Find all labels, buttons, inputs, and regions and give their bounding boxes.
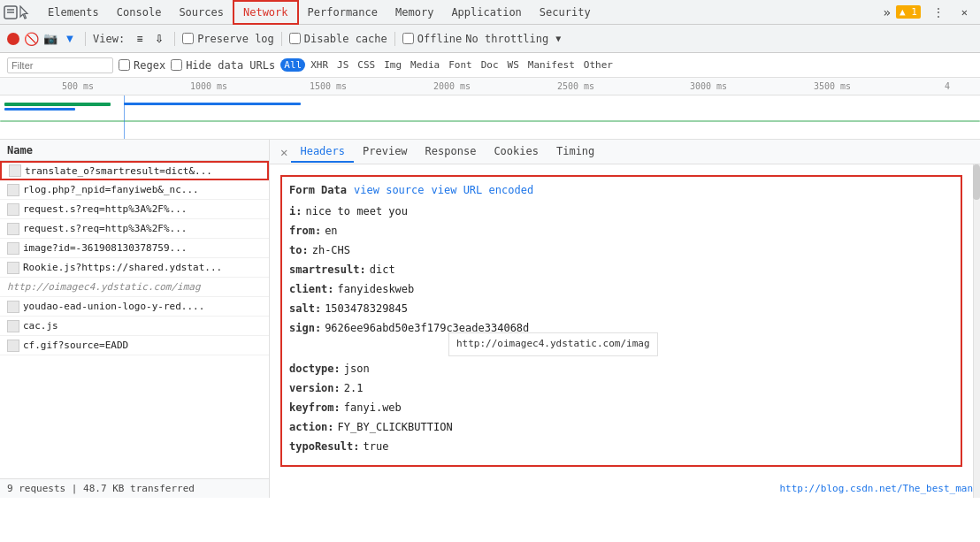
tab-performance[interactable]: Performance — [299, 0, 387, 25]
form-data-value-to: zh-CHS — [312, 242, 350, 258]
net-list-item-8[interactable]: cac.js — [0, 317, 269, 336]
filter-media-tag[interactable]: Media — [407, 58, 443, 72]
no-throttling-label: No throttling — [465, 33, 548, 45]
regex-label[interactable]: Regex — [134, 59, 165, 72]
filter-css-tag[interactable]: CSS — [354, 58, 379, 72]
detail-tab-timing[interactable]: Timing — [547, 141, 603, 163]
preserve-log-label[interactable]: Preserve log — [197, 33, 274, 45]
form-data-key-sign: sign: — [289, 320, 321, 336]
filter-button[interactable]: ▼ — [62, 31, 78, 47]
detail-content: Form Data view source view URL encoded i… — [270, 164, 973, 498]
form-data-key-typoresult: typoResult: — [289, 439, 359, 454]
tab-console[interactable]: Console — [108, 0, 171, 25]
view-label: View: — [93, 33, 125, 45]
timeline-bar-green-wide — [0, 120, 980, 122]
filter-xhr-tag[interactable]: XHR — [307, 58, 332, 72]
tab-network[interactable]: Network — [233, 0, 299, 25]
disable-cache-label[interactable]: Disable cache — [304, 33, 387, 45]
offline-checkbox[interactable] — [402, 33, 414, 44]
close-detail-button[interactable]: ✕ — [277, 145, 291, 159]
timeline-bars — [0, 95, 980, 140]
form-data-key-doctype: doctype: — [289, 361, 341, 377]
form-data-row-keyfrom: keyfrom: fanyi.web — [289, 400, 953, 416]
tab-security[interactable]: Security — [531, 0, 600, 25]
detail-tab-cookies[interactable]: Cookies — [485, 141, 547, 163]
preserve-log-group: Preserve log — [182, 33, 274, 45]
net-item-icon-0 — [9, 164, 21, 177]
net-list-item-2[interactable]: request.s?req=http%3A%2F%... — [0, 200, 269, 219]
tab-application[interactable]: Application — [442, 0, 530, 25]
net-list-item-1[interactable]: rlog.php?_npid=fanyiweb&_nc... — [0, 180, 269, 200]
net-item-icon-8 — [7, 320, 19, 332]
form-data-row-to: to: zh-CHS — [289, 242, 953, 258]
form-data-key-action: action: — [289, 419, 334, 435]
form-data-row-typoresult: typoResult: true — [289, 439, 953, 454]
form-data-key-to: to: — [289, 242, 309, 258]
filter-other-tag[interactable]: Other — [580, 58, 616, 72]
net-list-item-3[interactable]: request.s?req=http%3A%2F%... — [0, 219, 269, 239]
disable-cache-checkbox[interactable] — [289, 33, 301, 44]
form-data-row-smartresult: smartresult: dict — [289, 262, 953, 278]
stop-button[interactable]: 🚫 — [23, 31, 39, 47]
filter-all-tag[interactable]: All — [280, 58, 305, 72]
devtools-tab-bar: Elements Console Sources Network Perform… — [0, 0, 980, 25]
tab-sources[interactable]: Sources — [170, 0, 233, 25]
toolbar: 🚫 📷 ▼ View: ≡ ⇩ Preserve log Disable cac… — [0, 25, 980, 53]
network-list-panel: Name translate_o?smartresult=dict&... rl… — [0, 140, 270, 498]
timeline-bar-blue-1 — [4, 108, 75, 111]
more-options-button[interactable]: ⋮ — [924, 0, 953, 25]
detail-scrollbar-thumb[interactable] — [973, 164, 980, 200]
filter-manifest-tag[interactable]: Manifest — [524, 58, 578, 72]
form-data-key-keyfrom: keyfrom: — [289, 400, 341, 416]
view-url-encoded-link[interactable]: view URL encoded — [432, 184, 534, 196]
form-data-row-doctype: doctype: json — [289, 361, 953, 377]
net-item-name-5: Rookie.js?https://shared.ydstat... — [23, 262, 262, 273]
form-data-row-sign: sign: 9626ee96abd50e3f179c3eade334068d h… — [289, 320, 953, 336]
net-list-item-0[interactable]: translate_o?smartresult=dict&... — [0, 161, 269, 180]
more-tabs-button[interactable]: » — [877, 0, 895, 25]
form-data-value-i: nice to meet you — [305, 203, 408, 219]
view-source-link[interactable]: view source — [354, 184, 424, 196]
detail-tab-headers[interactable]: Headers — [291, 141, 354, 163]
regex-checkbox[interactable] — [119, 59, 130, 71]
hide-data-checkbox[interactable] — [171, 59, 182, 71]
filter-doc-tag[interactable]: Doc — [478, 58, 502, 72]
detail-tab-response[interactable]: Response — [417, 141, 486, 163]
filter-js-tag[interactable]: JS — [333, 58, 352, 72]
tab-memory[interactable]: Memory — [387, 0, 442, 25]
net-list-item-7[interactable]: youdao-ead-union-logo-y-red.... — [0, 297, 269, 317]
net-list-item-5[interactable]: Rookie.js?https://shared.ydstat... — [0, 258, 269, 278]
filter-img-tag[interactable]: Img — [380, 58, 405, 72]
filter-ws-tag[interactable]: WS — [504, 58, 523, 72]
offline-label[interactable]: Offline — [417, 33, 463, 45]
timeline-ruler: 500 ms 1000 ms 1500 ms 2000 ms 2500 ms 3… — [0, 78, 980, 95]
view-list-button[interactable]: ≡ — [132, 31, 148, 47]
close-devtools-button[interactable]: ✕ — [953, 0, 976, 25]
throttling-chevron-icon: ▼ — [555, 34, 561, 43]
view-waterfall-button[interactable]: ⇩ — [151, 31, 167, 47]
detail-tab-preview[interactable]: Preview — [354, 141, 417, 163]
devtools-logo-icon — [4, 5, 18, 19]
record-button[interactable] — [7, 33, 19, 45]
form-data-row-version: version: 2.1 — [289, 380, 953, 396]
hide-data-label[interactable]: Hide data URLs — [186, 59, 275, 72]
net-list-item-9[interactable]: cf.gif?source=EADD — [0, 336, 269, 355]
form-data-value-salt: 1503478329845 — [325, 301, 408, 317]
form-data-value-keyfrom: fanyi.web — [344, 400, 402, 416]
filter-input[interactable] — [7, 57, 113, 73]
net-item-name-1: rlog.php?_npid=fanyiweb&_nc... — [23, 184, 262, 195]
net-item-icon-2 — [7, 203, 19, 216]
form-data-value-typoresult: true — [363, 439, 388, 454]
net-list-item-6[interactable]: http://oimagec4.ydstatic.com/imag — [0, 278, 269, 297]
filter-row: Regex Hide data URLs All XHR JS CSS Img … — [0, 53, 980, 78]
ruler-mark-4: 4 — [945, 81, 950, 91]
filter-font-tag[interactable]: Font — [445, 58, 476, 72]
net-item-icon-1 — [7, 184, 19, 196]
net-list-item-4[interactable]: image?id=-361908130378759... — [0, 239, 269, 258]
net-item-name-6: http://oimagec4.ydstatic.com/imag — [7, 281, 262, 293]
preserve-log-checkbox[interactable] — [182, 33, 194, 44]
detail-scrollbar[interactable] — [973, 164, 980, 498]
detail-tabs: ✕ Headers Preview Response Cookies Timin… — [270, 140, 980, 164]
camera-button[interactable]: 📷 — [42, 31, 58, 47]
tab-elements[interactable]: Elements — [39, 0, 108, 25]
